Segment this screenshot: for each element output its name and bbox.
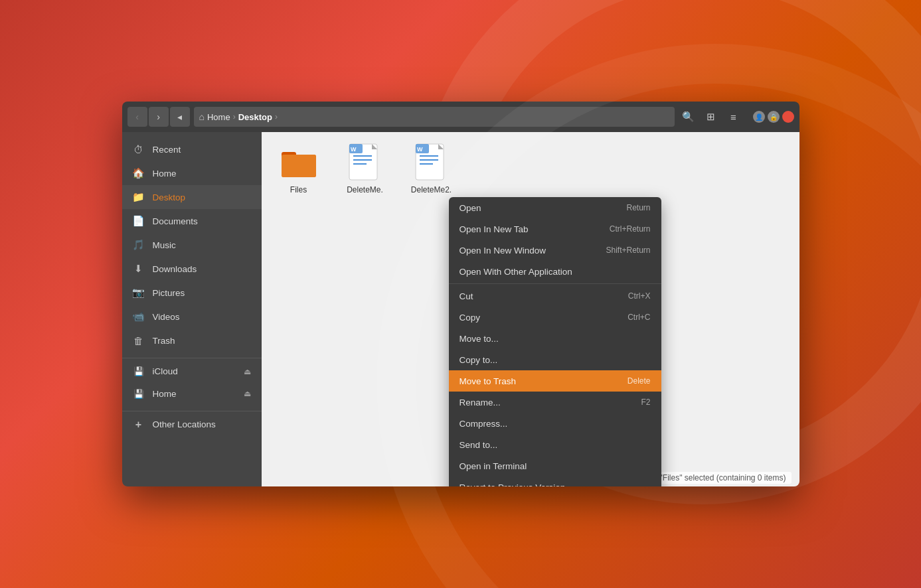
svg-text:W: W — [351, 146, 357, 153]
sidebar-item-recent[interactable]: ⏱ Recent — [122, 137, 262, 161]
sidebar-item-home-drive[interactable]: 💾 Home ⏏ — [122, 382, 262, 405]
context-menu-move-to[interactable]: Move to... — [449, 328, 661, 349]
titlebar: ‹ › ◂ ⌂ Home › Desktop › 🔍 ⊞ ≡ 👤 🔒 ✕ — [122, 102, 799, 132]
sidebar-item-label: iCloud — [153, 366, 236, 376]
file-grid: Files W De — [272, 143, 789, 194]
context-menu-rename[interactable]: Rename... F2 — [449, 392, 661, 413]
context-item-label: Compress... — [460, 419, 508, 429]
context-item-label: Open With Other Application — [460, 267, 572, 277]
svg-rect-2 — [282, 155, 316, 177]
doc-icon: W — [345, 143, 385, 183]
desktop-icon: 📁 — [133, 191, 145, 203]
titlebar-actions: 🔍 ⊞ ≡ — [679, 107, 744, 127]
home-drive-icon: 💾 — [133, 388, 145, 400]
context-menu-open-tab[interactable]: Open In New Tab Ctrl+Return — [449, 218, 661, 240]
eject-icon2[interactable]: ⏏ — [244, 389, 251, 398]
sidebar-item-label: Home — [153, 389, 236, 399]
file-item-deleteme[interactable]: W DeleteMe. — [339, 143, 392, 194]
context-item-label: Move to Trash — [460, 376, 517, 386]
forward-button[interactable]: › — [149, 107, 169, 127]
close-button[interactable]: ✕ — [782, 111, 794, 123]
lock-icon-btn: 🔒 — [768, 111, 780, 123]
context-menu-cut[interactable]: Cut Ctrl+X — [449, 285, 661, 307]
svg-text:W: W — [417, 146, 423, 153]
status-text: "Files" selected (containing 0 items) — [655, 472, 792, 484]
file-label: Files — [290, 185, 307, 194]
context-menu-move-trash[interactable]: Move to Trash Delete — [449, 370, 661, 392]
sidebar-item-label: Pictures — [153, 288, 251, 298]
eject-icon[interactable]: ⏏ — [244, 367, 251, 376]
home-icon: ⌂ — [199, 111, 205, 122]
sidebar-item-label: Trash — [153, 336, 251, 346]
sidebar-item-label: Recent — [153, 145, 251, 155]
main-area: ⏱ Recent 🏠 Home 📁 Desktop 📄 Documents 🎵 — [122, 132, 799, 486]
context-menu-open[interactable]: Open Return — [449, 197, 661, 218]
sidebar-item-desktop[interactable]: 📁 Desktop — [122, 185, 262, 209]
file-item-files[interactable]: Files — [272, 143, 325, 194]
breadcrumb-separator: › — [233, 112, 236, 121]
context-menu-revert[interactable]: Revert to Previous Version... — [449, 477, 661, 486]
context-menu-compress[interactable]: Compress... — [449, 413, 661, 434]
music-icon: 🎵 — [133, 239, 145, 251]
breadcrumb-home[interactable]: Home — [207, 112, 230, 122]
context-item-shortcut: Delete — [628, 376, 651, 386]
file-manager: ‹ › ◂ ⌂ Home › Desktop › 🔍 ⊞ ≡ 👤 🔒 ✕ ⏱ — [122, 102, 799, 486]
context-menu-copy[interactable]: Copy Ctrl+C — [449, 307, 661, 328]
sidebar-item-icloud[interactable]: 💾 iCloud ⏏ — [122, 358, 262, 382]
sidebar-item-trash[interactable]: 🗑 Trash — [122, 329, 262, 352]
user-icon-btn: 👤 — [753, 111, 765, 123]
sidebar-item-videos[interactable]: 📹 Videos — [122, 305, 262, 329]
context-menu-send-to[interactable]: Send to... — [449, 434, 661, 455]
breadcrumb-current[interactable]: Desktop — [238, 112, 272, 122]
breadcrumb-end-sep: › — [275, 112, 278, 121]
search-button[interactable]: 🔍 — [679, 107, 699, 127]
documents-icon: 📄 — [133, 215, 145, 227]
context-item-label: Copy to... — [460, 355, 498, 365]
sidebar-item-other[interactable]: + Other Locations — [122, 411, 262, 435]
downloads-icon: ⬇ — [133, 263, 145, 275]
sidebar-item-pictures[interactable]: 📷 Pictures — [122, 281, 262, 305]
context-item-label: Move to... — [460, 334, 499, 344]
recent-icon: ⏱ — [133, 143, 145, 155]
context-menu-open-with[interactable]: Open With Other Application — [449, 261, 661, 282]
breadcrumb: ⌂ Home › Desktop › — [194, 107, 675, 127]
context-item-shortcut: Ctrl+Return — [610, 224, 651, 234]
pictures-icon: 📷 — [133, 287, 145, 299]
context-item-label: Open — [460, 203, 481, 213]
sidebar-item-label: Other Locations — [153, 419, 251, 429]
context-menu-terminal[interactable]: Open in Terminal — [449, 455, 661, 477]
grid-view-button[interactable]: ⊞ — [701, 107, 721, 127]
back-button[interactable]: ‹ — [127, 107, 147, 127]
context-item-label: Revert to Previous Version... — [460, 482, 573, 487]
context-item-label: Open In New Tab — [460, 224, 529, 234]
nav-buttons: ‹ › ◂ — [127, 107, 190, 127]
context-menu-copy-to[interactable]: Copy to... — [449, 349, 661, 370]
context-item-label: Open In New Window — [460, 246, 546, 256]
sidebar-item-label: Music — [153, 240, 251, 250]
sidebar: ⏱ Recent 🏠 Home 📁 Desktop 📄 Documents 🎵 — [122, 132, 262, 486]
context-item-shortcut: F2 — [641, 398, 650, 407]
sidebar-item-label: Documents — [153, 216, 251, 226]
window-controls: 👤 🔒 ✕ — [750, 111, 794, 123]
trash-icon: 🗑 — [133, 334, 145, 346]
folder-icon — [279, 143, 319, 183]
sidebar-item-label: Downloads — [153, 264, 251, 274]
context-item-shortcut: Return — [626, 203, 650, 212]
file-item-deleteme2[interactable]: W DeleteMe2. — [405, 143, 458, 194]
sidebar-item-label: Home — [153, 169, 251, 179]
home-sidebar-icon: 🏠 — [133, 167, 145, 179]
list-view-button[interactable]: ≡ — [724, 107, 744, 127]
context-item-label: Copy — [460, 313, 481, 323]
context-menu-open-window[interactable]: Open In New Window Shift+Return — [449, 240, 661, 261]
context-item-shortcut: Shift+Return — [606, 246, 650, 255]
up-button[interactable]: ◂ — [170, 107, 190, 127]
sidebar-item-downloads[interactable]: ⬇ Downloads — [122, 257, 262, 281]
context-item-label: Cut — [460, 291, 473, 301]
sidebar-item-music[interactable]: 🎵 Music — [122, 233, 262, 257]
context-item-label: Send to... — [460, 440, 498, 450]
sidebar-item-documents[interactable]: 📄 Documents — [122, 209, 262, 233]
context-item-label: Rename... — [460, 398, 501, 407]
videos-icon: 📹 — [133, 311, 145, 323]
sidebar-item-home[interactable]: 🏠 Home — [122, 161, 262, 185]
context-item-shortcut: Ctrl+C — [628, 313, 650, 322]
